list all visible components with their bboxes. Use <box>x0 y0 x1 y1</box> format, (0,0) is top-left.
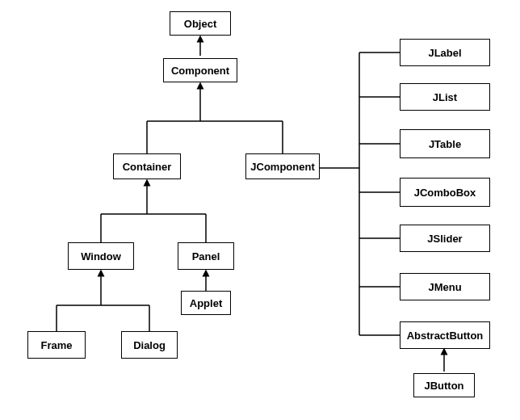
node-window: Window <box>68 242 134 270</box>
node-dialog: Dialog <box>121 331 178 359</box>
node-jmenu: JMenu <box>400 273 490 300</box>
node-component: Component <box>163 58 237 82</box>
node-object: Object <box>170 11 231 36</box>
node-jlist: JList <box>400 83 490 111</box>
node-jlabel: JLabel <box>400 39 490 66</box>
node-jcomponent: JComponent <box>245 153 320 179</box>
node-frame: Frame <box>27 331 86 359</box>
node-container: Container <box>113 153 181 179</box>
node-jcombobox: JComboBox <box>400 178 490 207</box>
node-jbutton: JButton <box>413 373 475 397</box>
node-jtable: JTable <box>400 129 490 158</box>
node-abstractbutton: AbstractButton <box>400 321 490 349</box>
node-panel: Panel <box>178 242 234 270</box>
node-applet: Applet <box>181 291 231 315</box>
node-jslider: JSlider <box>400 225 490 252</box>
